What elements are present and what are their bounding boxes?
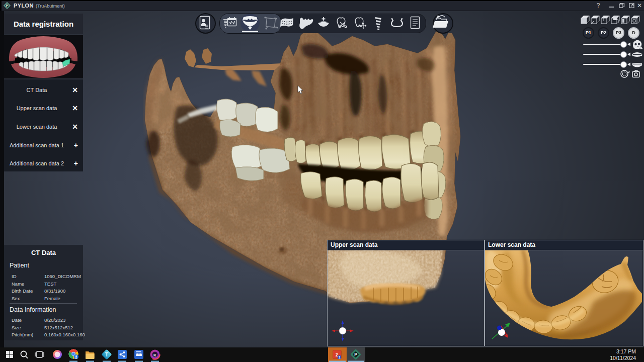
svg-text:1: 1 xyxy=(339,355,341,359)
svg-text:K: K xyxy=(153,353,156,357)
svg-text:P: P xyxy=(354,352,357,357)
svg-text:T: T xyxy=(105,352,108,357)
